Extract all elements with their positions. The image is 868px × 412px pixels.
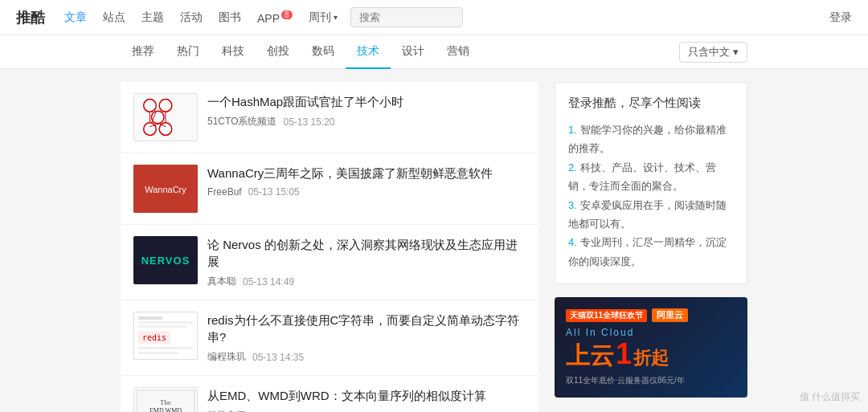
tab-startup[interactable]: 创投 xyxy=(256,35,301,69)
article-list: 一个HashMap跟面试官扯了半个小时 51CTO系统频道 05-13 15:2… xyxy=(121,82,538,412)
svg-rect-16 xyxy=(138,325,186,328)
article-time: 05-13 14:49 xyxy=(243,276,294,288)
svg-text:WannaCry: WannaCry xyxy=(145,185,186,194)
ad-allin: All In Cloud xyxy=(566,327,736,338)
nav-sites[interactable]: 站点 xyxy=(103,10,125,25)
tab-technology[interactable]: 技术 xyxy=(346,35,391,69)
article-meta: FreeBuf 05-13 15:05 xyxy=(207,186,526,198)
search-input[interactable] xyxy=(350,7,463,27)
login-reason-1: 1.智能学习你的兴趣，给你最精准的推荐。 xyxy=(568,120,734,158)
tab-hot[interactable]: 热门 xyxy=(166,35,211,69)
login-promotion-title: 登录推酷，尽享个性阅读 xyxy=(568,96,734,111)
article-source: 编程珠玑 xyxy=(207,350,246,364)
tab-design[interactable]: 设计 xyxy=(391,35,436,69)
svg-rect-14 xyxy=(138,316,162,320)
list-item: The EMD WMD Text Similarity 从EMD、WMD到WRD… xyxy=(121,376,538,412)
article-title[interactable]: redis为什么不直接使用C字符串，而要自定义简单动态字符串? xyxy=(207,312,526,345)
ad-main-text: 上云 xyxy=(566,344,614,368)
tab-tech[interactable]: 科技 xyxy=(211,35,256,69)
sub-nav-tabs: 推荐 热门 科技 创投 数码 技术 设计 营销 xyxy=(121,35,481,69)
list-item: redis redis为什么不直接使用C字符串，而要自定义简单动态字符串? 编程… xyxy=(121,300,538,376)
article-source: 真本聪 xyxy=(207,275,236,288)
article-content: WannaCry三周年之际，美国披露了新型朝鲜恶意软件 FreeBuf 05-1… xyxy=(207,165,526,198)
svg-text:redis: redis xyxy=(142,333,166,342)
login-reason-2: 2.科技、产品、设计、技术、营销，专注而全面的聚合。 xyxy=(568,158,734,196)
article-source: FreeBuf xyxy=(207,186,242,198)
article-time: 05-13 14:35 xyxy=(252,352,304,363)
nav-events[interactable]: 活动 xyxy=(180,10,203,25)
login-button[interactable]: 登录 xyxy=(829,10,852,25)
nav-app[interactable]: APP8 xyxy=(257,10,293,25)
sidebar: 登录推酷，尽享个性阅读 1.智能学习你的兴趣，给你最精准的推荐。 2.科技、产品… xyxy=(555,82,747,412)
ad-tmall-tag: 天猫双11全球狂欢节 xyxy=(566,309,647,322)
article-thumbnail: The EMD WMD Text Similarity xyxy=(133,387,198,412)
article-content: 一个HashMap跟面试官扯了半个小时 51CTO系统频道 05-13 15:2… xyxy=(207,93,526,128)
login-reason-4: 4.专业周刊，汇尽一周精华，沉淀你的阅读深度。 xyxy=(568,233,734,271)
main-content: 一个HashMap跟面试官扯了半个小时 51CTO系统频道 05-13 15:2… xyxy=(0,69,868,412)
nav-books[interactable]: 图书 xyxy=(219,10,241,25)
article-meta: 编程珠玑 05-13 14:35 xyxy=(207,350,526,364)
article-thumbnail xyxy=(133,93,198,141)
svg-text:EMD WMD: EMD WMD xyxy=(149,407,182,412)
article-source: 51CTO系统频道 xyxy=(207,115,276,128)
sub-nav: 推荐 热门 科技 创投 数码 技术 设计 营销 只含中文 ▾ xyxy=(0,35,868,69)
login-promotion-box: 登录推酷，尽享个性阅读 1.智能学习你的兴趣，给你最精准的推荐。 2.科技、产品… xyxy=(555,82,747,284)
article-content: 从EMD、WMD到WRD：文本向量序列的相似度计算 科学空间 05-13 14:… xyxy=(207,387,526,412)
article-thumbnail: redis xyxy=(133,312,198,360)
svg-text:The: The xyxy=(160,398,171,406)
ad-banner[interactable]: 天猫双11全球狂欢节 阿里云 All In Cloud 上云 1 折起 双11全… xyxy=(555,297,747,398)
article-thumbnail: NERVOS xyxy=(133,236,198,284)
header-nav: 文章 站点 主题 活动 图书 APP8 周刊 ▾ xyxy=(64,10,338,25)
svg-rect-15 xyxy=(138,321,193,324)
ad-sub-text: 双11全年底价·云服务器仅86元/年 xyxy=(566,375,736,386)
header: 推酷 文章 站点 主题 活动 图书 APP8 周刊 ▾ 登录 xyxy=(0,0,868,35)
chevron-down-icon: ▾ xyxy=(334,13,338,22)
svg-rect-20 xyxy=(138,352,178,354)
nav-article[interactable]: 文章 xyxy=(64,10,87,25)
ad-price: 1 xyxy=(616,340,632,369)
header-right: 登录 xyxy=(829,10,852,25)
login-reasons-list: 1.智能学习你的兴趣，给你最精准的推荐。 2.科技、产品、设计、技术、营销，专注… xyxy=(568,120,734,271)
search-box xyxy=(350,7,463,27)
article-time: 05-13 15:20 xyxy=(283,116,334,128)
list-item: WannaCry WannaCry三周年之际，美国披露了新型朝鲜恶意软件 Fre… xyxy=(121,153,538,225)
svg-rect-19 xyxy=(138,347,193,349)
article-title[interactable]: 一个HashMap跟面试官扯了半个小时 xyxy=(207,93,526,110)
ad-brand: 阿里云 xyxy=(652,308,688,322)
app-badge: 8 xyxy=(281,10,293,19)
tab-recommend[interactable]: 推荐 xyxy=(121,35,166,69)
article-source: 科学空间 xyxy=(207,409,246,412)
article-content: 论 Nervos 的创新之处，深入洞察其网络现状及生态应用进展 真本聪 05-1… xyxy=(207,236,526,288)
article-title[interactable]: 从EMD、WMD到WRD：文本向量序列的相似度计算 xyxy=(207,387,526,404)
article-content: redis为什么不直接使用C字符串，而要自定义简单动态字符串? 编程珠玑 05-… xyxy=(207,312,526,364)
nav-weekly[interactable]: 周刊 ▾ xyxy=(309,10,338,25)
login-reason-3: 3.安卓爱疯应用在手，阅读随时随地都可以有。 xyxy=(568,196,734,234)
article-time: 05-13 15:05 xyxy=(248,186,300,198)
article-meta: 真本聪 05-13 14:49 xyxy=(207,275,526,288)
list-item: 一个HashMap跟面试官扯了半个小时 51CTO系统频道 05-13 15:2… xyxy=(121,82,538,153)
nav-themes[interactable]: 主题 xyxy=(141,10,164,25)
article-meta: 51CTO系统频道 05-13 15:20 xyxy=(207,115,526,128)
article-meta: 科学空间 05-13 14:23 xyxy=(207,409,526,412)
filter-button[interactable]: 只含中文 ▾ xyxy=(679,42,747,63)
article-title[interactable]: 论 Nervos 的创新之处，深入洞察其网络现状及生态应用进展 xyxy=(207,236,526,270)
article-thumbnail: WannaCry xyxy=(133,165,198,213)
article-title[interactable]: WannaCry三周年之际，美国披露了新型朝鲜恶意软件 xyxy=(207,165,526,182)
list-item: NERVOS 论 Nervos 的创新之处，深入洞察其网络现状及生态应用进展 真… xyxy=(121,225,538,300)
logo[interactable]: 推酷 xyxy=(16,8,45,27)
tab-digital[interactable]: 数码 xyxy=(301,35,346,69)
tab-marketing[interactable]: 营销 xyxy=(436,35,481,69)
ad-price-suffix: 折起 xyxy=(633,346,669,370)
